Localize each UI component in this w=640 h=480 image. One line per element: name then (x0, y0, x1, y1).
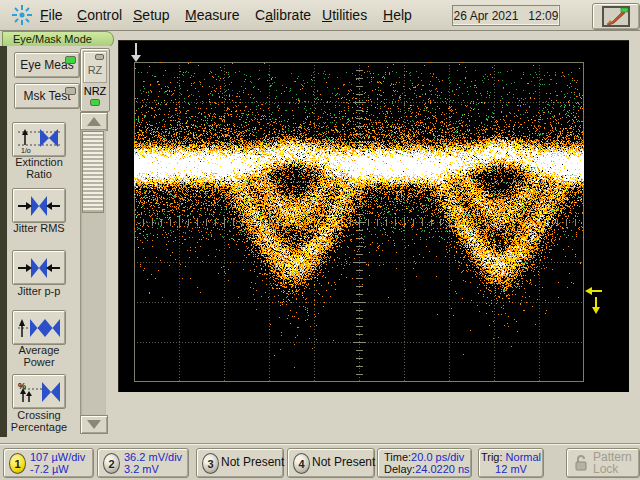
agilent-logo (8, 4, 36, 26)
scope-screen: File Control Setup Measure Calibrate Uti… (0, 0, 640, 480)
svg-text:%: % (18, 381, 26, 391)
channel-4-badge: 4 (293, 453, 310, 474)
average-power-icon (16, 315, 62, 341)
status-bar: 1 107 µW/div-7.2 µW 2 36.2 mV/div3.2 mV … (0, 443, 640, 480)
lock-icon (574, 455, 588, 471)
channel-1-button[interactable]: 1 107 µW/div-7.2 µW (3, 448, 94, 478)
channel-1-badge: 1 (9, 453, 26, 474)
menu-calibrate[interactable]: Calibrate (255, 7, 311, 23)
menu-file[interactable]: File (40, 7, 63, 23)
extinction-ratio-label: ExtinctionRatio (0, 156, 78, 180)
nrz-led (90, 99, 100, 106)
msk-test-led (65, 87, 76, 95)
scrollbar-thumb[interactable] (82, 131, 104, 213)
touch-icon (599, 6, 633, 27)
trigger-level-marker[interactable] (584, 286, 606, 316)
crossing-percentage-label: CrossingPercentage (0, 409, 78, 433)
eye-diagram-canvas (134, 62, 584, 382)
channel-2-button[interactable]: 2 36.2 mV/div3.2 mV (97, 448, 189, 478)
eye-meas-button[interactable]: Eye Meas (14, 52, 80, 78)
channel-4-button[interactable]: 4 Not Present (287, 448, 375, 478)
jitter-rms-button[interactable] (12, 188, 66, 223)
nrz-label: NRZ (81, 85, 109, 97)
time-text: 12:09 (528, 9, 558, 23)
date-text: 26 Apr 2021 (454, 9, 519, 23)
menu-utilities[interactable]: Utilities (322, 7, 367, 23)
msk-test-label: Msk Test (23, 89, 70, 103)
touchscreen-button[interactable] (592, 3, 640, 30)
svg-text:1/o: 1/o (21, 147, 31, 153)
crossing-percentage-button[interactable]: % (12, 374, 66, 409)
jitter-rms-label: Jitter RMS (0, 222, 78, 234)
rz-option[interactable]: RZ (83, 51, 107, 83)
jitter-pp-icon (16, 255, 62, 281)
average-power-label: AveragePower (0, 344, 78, 368)
extinction-ratio-button[interactable]: 1/o (12, 122, 66, 157)
menu-bar: File Control Setup Measure Calibrate Uti… (0, 0, 640, 31)
menu-help[interactable]: Help (383, 7, 412, 23)
channel-3-button[interactable]: 3 Not Present (196, 448, 284, 478)
jitter-pp-button[interactable] (12, 250, 66, 285)
rz-nrz-toggle[interactable]: RZ NRZ (80, 48, 110, 112)
average-power-button[interactable] (12, 310, 66, 345)
scrollbar-track[interactable] (80, 129, 106, 415)
waveform-display (118, 40, 629, 392)
eye-meas-led (65, 56, 76, 64)
msk-test-button[interactable]: Msk Test (14, 83, 80, 109)
pattern-lock-button[interactable]: PatternLock (566, 448, 640, 478)
trigger-button[interactable]: Trig: Normal 12 mV (478, 448, 544, 478)
jitter-rms-icon (16, 193, 62, 219)
memory-bar-marker[interactable] (128, 41, 144, 64)
datetime-display: 26 Apr 2021 12:09 (452, 5, 560, 26)
menu-control[interactable]: Control (77, 7, 122, 23)
channel-3-badge: 3 (202, 453, 219, 474)
sidebar-edge (0, 46, 7, 437)
channel-2-badge: 2 (103, 453, 120, 474)
jitter-pp-label: Jitter p-p (0, 285, 78, 297)
up-arrow-icon (87, 117, 101, 126)
timebase-button[interactable]: Time:20.0 ps/div Delay:24.0220 ns (377, 448, 472, 478)
sidebar: Eye Meas Msk Test RZ NRZ (0, 46, 118, 437)
crossing-percentage-icon: % (16, 379, 62, 405)
rz-label: RZ (84, 64, 106, 76)
extinction-ratio-icon: 1/o (16, 127, 62, 153)
down-arrow-icon (87, 420, 101, 429)
rz-led (95, 54, 104, 60)
scroll-down-button[interactable] (80, 415, 108, 434)
menu-setup[interactable]: Setup (133, 7, 170, 23)
menu-measure[interactable]: Measure (185, 7, 239, 23)
